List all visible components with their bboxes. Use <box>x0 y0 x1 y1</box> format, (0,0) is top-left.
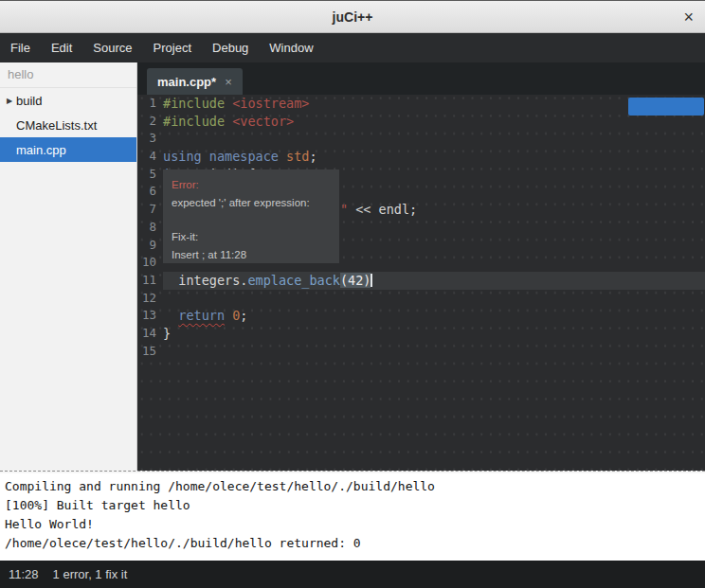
line-content: #include <vector> <box>163 113 705 131</box>
line-content <box>163 130 705 148</box>
title-bar: juCi++ × <box>0 0 705 33</box>
project-name-header: hello <box>0 62 136 88</box>
line-number: 13 <box>137 307 156 325</box>
diagnostics-status: 1 error, 1 fix it <box>53 567 128 581</box>
tooltip-fixit-label: Fix-it: <box>172 228 331 246</box>
file-tree: ▶buildCMakeLists.txtmain.cpp <box>0 88 136 162</box>
window-title: juCi++ <box>333 9 373 25</box>
menu-item-project[interactable]: Project <box>143 33 202 62</box>
line-number: 7 <box>137 201 156 219</box>
line-number: 1 <box>137 95 156 113</box>
line-number: 6 <box>137 183 156 201</box>
application-window: juCi++ × FileEditSourceProjectDebugWindo… <box>0 0 705 588</box>
line-number: 2 <box>137 113 156 131</box>
tab-close-icon[interactable]: × <box>225 75 232 89</box>
tab-bar: main.cpp* × <box>137 62 705 95</box>
line-number: 14 <box>137 325 156 343</box>
text-caret <box>371 274 372 287</box>
tree-item-cmakelists-txt[interactable]: CMakeLists.txt <box>0 113 136 137</box>
tooltip-error-text: expected ';' after expression: <box>172 194 331 212</box>
line-number: 8 <box>137 219 156 237</box>
line-number: 3 <box>137 130 156 148</box>
line-content: using namespace std; <box>163 148 705 166</box>
tab-main-cpp[interactable]: main.cpp* × <box>147 68 243 95</box>
error-tooltip: Error: expected ';' after expression: Fi… <box>163 169 339 263</box>
output-line: /home/olece/test/hello/./build/hello ret… <box>5 534 700 553</box>
line-content: return 0; <box>163 307 705 325</box>
output-line: [100%] Built target hello <box>5 496 700 515</box>
line-number: 10 <box>137 254 156 272</box>
code-line-1[interactable]: 1#include <iostream> <box>137 95 705 113</box>
menu-item-source[interactable]: Source <box>82 33 142 62</box>
code-line-4[interactable]: 4using namespace std; <box>137 148 705 166</box>
output-line: Hello World! <box>5 515 700 534</box>
code-editor[interactable]: 1#include <iostream>2#include <vector>34… <box>137 95 705 471</box>
tree-item-label: main.cpp <box>16 143 66 157</box>
vertical-scrollbar-thumb[interactable] <box>628 98 704 116</box>
cursor-position: 11:28 <box>9 567 39 581</box>
code-line-11[interactable]: 11 integers.emplace_back(42) <box>137 272 705 290</box>
menu-item-edit[interactable]: Edit <box>41 33 82 62</box>
code-line-15[interactable]: 15 <box>137 343 705 361</box>
tooltip-fixit-text: Insert ; at 11:28 <box>172 246 331 264</box>
sidebar: hello ▶buildCMakeLists.txtmain.cpp <box>0 62 137 471</box>
menu-item-debug[interactable]: Debug <box>202 33 259 62</box>
line-content <box>163 290 705 308</box>
output-panel[interactable]: Compiling and running /home/olece/test/h… <box>0 473 705 561</box>
code-line-3[interactable]: 3 <box>137 130 705 148</box>
tooltip-spacer <box>172 212 331 228</box>
code-line-12[interactable]: 12 <box>137 290 705 308</box>
tree-item-label: CMakeLists.txt <box>16 118 97 133</box>
code-line-14[interactable]: 14} <box>137 325 705 343</box>
line-number: 15 <box>137 343 156 361</box>
expander-icon[interactable]: ▶ <box>0 97 16 105</box>
code-line-13[interactable]: 13 return 0; <box>137 307 705 325</box>
status-bar: 11:28 1 error, 1 fix it <box>0 561 705 588</box>
tooltip-error-label: Error: <box>172 176 331 194</box>
tab-label: main.cpp* <box>157 75 216 89</box>
tree-item-label: build <box>16 94 42 108</box>
line-number: 11 <box>137 272 156 290</box>
menu-bar: FileEditSourceProjectDebugWindow <box>0 33 705 62</box>
line-content <box>163 343 705 361</box>
line-number: 12 <box>137 290 156 308</box>
line-content: #include <iostream> <box>163 95 705 113</box>
tree-item-build[interactable]: ▶build <box>0 88 136 113</box>
window-close-icon[interactable]: × <box>683 9 694 26</box>
menu-item-file[interactable]: File <box>0 33 41 62</box>
line-number: 9 <box>137 237 156 255</box>
code-line-2[interactable]: 2#include <vector> <box>137 113 705 131</box>
line-content: } <box>163 325 705 343</box>
menu-item-window[interactable]: Window <box>259 33 323 62</box>
line-number: 5 <box>137 166 156 184</box>
tree-item-main-cpp[interactable]: main.cpp <box>0 137 136 162</box>
output-line: Compiling and running /home/olece/test/h… <box>5 477 700 496</box>
line-number: 4 <box>137 148 156 166</box>
line-content: integers.emplace_back(42) <box>163 272 705 290</box>
